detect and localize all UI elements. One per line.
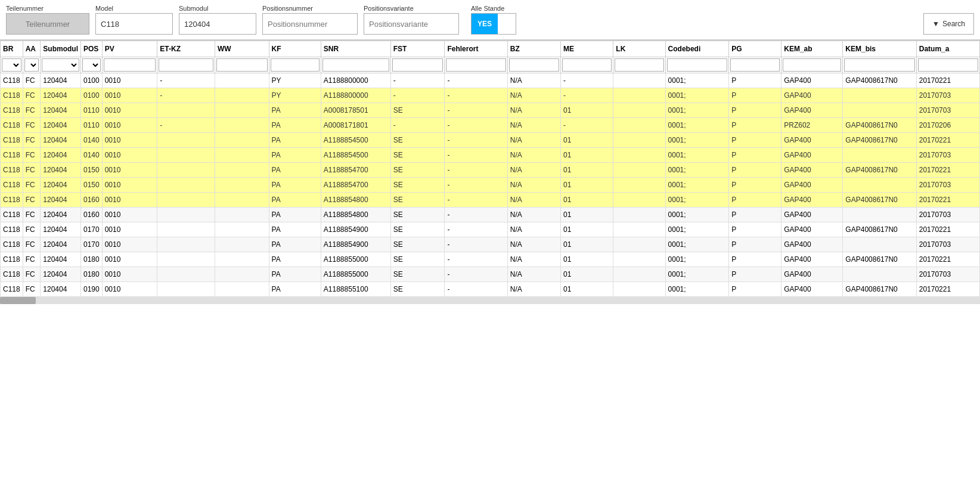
cell-r6-c10: - xyxy=(445,163,507,178)
cell-r0-c11: N/A xyxy=(507,73,560,88)
cell-r10-c13 xyxy=(613,222,665,237)
filter-input-fehlerort[interactable] xyxy=(446,58,505,72)
cell-r8-c8: A1188854800 xyxy=(321,193,390,208)
table-row: C118FC12040401600010PAA1188854800SE-N/A0… xyxy=(1,193,980,208)
positionsnummer-input[interactable] xyxy=(262,13,358,35)
column-filter-row[interactable] xyxy=(1,57,980,73)
cell-r13-c4: 0010 xyxy=(102,267,157,282)
cell-r5-c0: C118 xyxy=(1,148,23,163)
cell-r6-c15: P xyxy=(729,163,781,178)
cell-r5-c6 xyxy=(215,148,269,163)
cell-r4-c17: GAP4008617N0 xyxy=(843,133,916,148)
cell-r8-c10: - xyxy=(445,193,507,208)
table-row: C118FC12040401100010-PAA0008171801--N/A-… xyxy=(1,118,980,133)
filter-select-aa[interactable] xyxy=(24,58,39,72)
horizontal-scrollbar[interactable] xyxy=(0,297,980,304)
positionsvariante-input[interactable] xyxy=(364,13,459,35)
cell-r13-c3: 0180 xyxy=(80,267,102,282)
cell-r2-c9: SE xyxy=(390,103,445,118)
filter-select-submodul[interactable] xyxy=(42,58,79,72)
filter-input-pg[interactable] xyxy=(730,58,780,72)
col-header-datum-a: Datum_a xyxy=(916,41,979,57)
cell-r7-c9: SE xyxy=(390,178,445,193)
toggle-yes-button[interactable]: YES xyxy=(472,14,498,34)
cell-r11-c17 xyxy=(843,237,916,252)
cell-r13-c15: P xyxy=(729,267,781,282)
cell-r3-c14: 0001; xyxy=(665,118,729,133)
filter-input-ww[interactable] xyxy=(216,58,268,72)
cell-r3-c16: PRZ602 xyxy=(781,118,843,133)
cell-r6-c4: 0010 xyxy=(102,163,157,178)
cell-r14-c2: 120404 xyxy=(41,282,81,297)
col-header-submodul: Submodul xyxy=(41,41,81,57)
cell-r6-c11: N/A xyxy=(507,163,560,178)
filter-input-kem-ab[interactable] xyxy=(783,58,841,72)
cell-r11-c18: 20170703 xyxy=(916,237,979,252)
cell-r12-c8: A1188855000 xyxy=(321,252,390,267)
cell-r10-c17: GAP4008617N0 xyxy=(843,222,916,237)
table-row: C118FC12040401000010-PYA1188800000--N/A-… xyxy=(1,73,980,88)
cell-r4-c14: 0001; xyxy=(665,133,729,148)
search-button[interactable]: ▼ Search xyxy=(923,13,974,35)
filter-input-pv[interactable] xyxy=(104,58,156,72)
cell-r9-c4: 0010 xyxy=(102,208,157,222)
cell-r8-c0: C118 xyxy=(1,193,23,208)
cell-r10-c10: - xyxy=(445,222,507,237)
filter-input-codebedi[interactable] xyxy=(667,58,728,72)
cell-r10-c11: N/A xyxy=(507,222,560,237)
cell-r10-c14: 0001; xyxy=(665,222,729,237)
cell-r2-c12: 01 xyxy=(561,103,613,118)
cell-r13-c7: PA xyxy=(269,267,321,282)
filter-input-kf[interactable] xyxy=(271,58,320,72)
toggle-no-area[interactable] xyxy=(498,14,516,34)
cell-r4-c4: 0010 xyxy=(102,133,157,148)
teilenummer-input[interactable] xyxy=(6,13,89,35)
submodul-input[interactable] xyxy=(179,13,256,35)
cell-r5-c7: PA xyxy=(269,148,321,163)
cell-r11-c0: C118 xyxy=(1,237,23,252)
filter-input-snr[interactable] xyxy=(322,58,389,72)
cell-r5-c1: FC xyxy=(23,148,41,163)
cell-r9-c5 xyxy=(157,208,215,222)
filter-select-br[interactable] xyxy=(2,58,21,72)
cell-r7-c11: N/A xyxy=(507,178,560,193)
filter-input-me[interactable] xyxy=(562,58,612,72)
cell-r11-c11: N/A xyxy=(507,237,560,252)
filter-select-pos[interactable] xyxy=(82,58,101,72)
cell-r5-c11: N/A xyxy=(507,148,560,163)
data-table-container[interactable]: BRAASubmodulPOSPVET-KZWWKFSNRFSTFehleror… xyxy=(0,41,980,297)
filter-input-fst[interactable] xyxy=(392,58,444,72)
cell-r3-c9: - xyxy=(390,118,445,133)
cell-r4-c2: 120404 xyxy=(41,133,81,148)
filter-input-et-kz[interactable] xyxy=(159,58,213,72)
scrollbar-thumb[interactable] xyxy=(0,297,36,304)
cell-r7-c4: 0010 xyxy=(102,178,157,193)
cell-r9-c6 xyxy=(215,208,269,222)
cell-r3-c15: P xyxy=(729,118,781,133)
model-input[interactable] xyxy=(95,13,173,35)
cell-r3-c13 xyxy=(613,118,665,133)
cell-r5-c16: GAP400 xyxy=(781,148,843,163)
filter-input-datum-a[interactable] xyxy=(918,58,978,72)
cell-r14-c4: 0010 xyxy=(102,282,157,297)
cell-r7-c12: 01 xyxy=(561,178,613,193)
cell-r1-c4: 0010 xyxy=(102,88,157,103)
cell-r10-c8: A1188854900 xyxy=(321,222,390,237)
filter-input-bz[interactable] xyxy=(509,58,559,72)
table-row: C118FC12040401500010PAA1188854700SE-N/A0… xyxy=(1,163,980,178)
cell-r8-c9: SE xyxy=(390,193,445,208)
cell-r6-c2: 120404 xyxy=(41,163,81,178)
cell-r4-c7: PA xyxy=(269,133,321,148)
filter-input-kem-bis[interactable] xyxy=(844,58,914,72)
cell-r7-c16: GAP400 xyxy=(781,178,843,193)
submodul-label: Submodul xyxy=(179,5,256,12)
table-row: C118FC12040401700010PAA1188854900SE-N/A0… xyxy=(1,237,980,252)
cell-r9-c8: A1188854800 xyxy=(321,208,390,222)
filter-input-lk[interactable] xyxy=(615,58,663,72)
alle-stande-toggle[interactable]: YES xyxy=(471,13,516,35)
cell-r12-c18: 20170221 xyxy=(916,252,979,267)
cell-r11-c15: P xyxy=(729,237,781,252)
cell-r1-c17 xyxy=(843,88,916,103)
cell-r2-c17 xyxy=(843,103,916,118)
col-header-lk: LK xyxy=(613,41,665,57)
